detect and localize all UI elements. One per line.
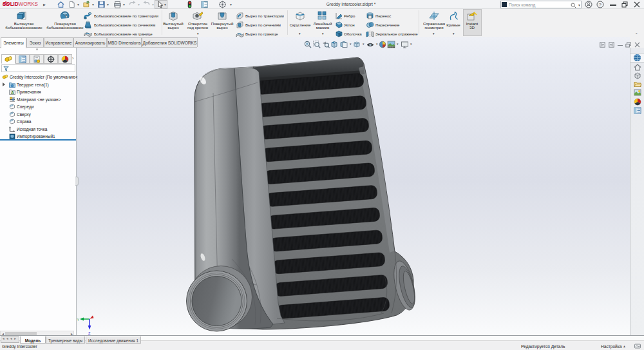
svg-text:Y: Y bbox=[77, 318, 80, 322]
svg-text:?: ? bbox=[599, 2, 602, 8]
svg-text:A: A bbox=[11, 90, 14, 95]
